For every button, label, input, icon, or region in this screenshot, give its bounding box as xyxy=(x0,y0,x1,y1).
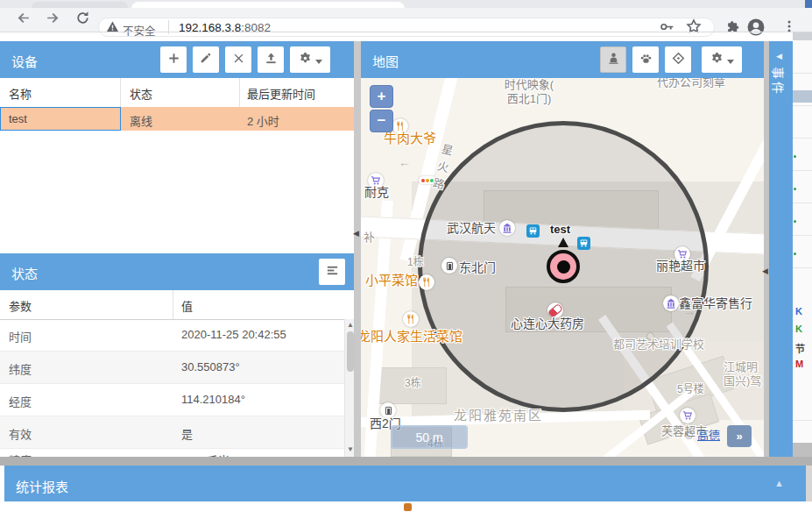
collapse-right-icon[interactable]: ◀ xyxy=(762,267,768,275)
reports-bar[interactable]: 统计报表 ▲ xyxy=(4,466,806,501)
map-poi-label: 时代映象( 西北1门) xyxy=(487,78,571,105)
animal-tracks-button[interactable] xyxy=(632,46,659,73)
follow-device-button[interactable] xyxy=(600,46,626,73)
screen: 不安全 192.168.3.8:8082 设备 xyxy=(0,0,812,512)
device-col-lastupdate[interactable]: 最后更新时间 xyxy=(247,85,315,102)
status-value: 2020-11-25 20:42:55 xyxy=(181,328,286,341)
status-value: 是 xyxy=(181,425,193,442)
attribution-expand-button[interactable]: » xyxy=(727,425,752,447)
profile-avatar-icon[interactable] xyxy=(747,18,765,39)
status-scrollbar[interactable]: ▲ ▼ xyxy=(344,319,354,457)
remove-device-button[interactable] xyxy=(225,46,251,73)
device-settings-button[interactable] xyxy=(290,46,330,73)
bottom-right-gap xyxy=(806,466,812,501)
zoom-in-button[interactable]: + xyxy=(370,85,393,108)
sliver-letter: M xyxy=(795,359,803,369)
status-table-header: 参数 值 xyxy=(0,290,354,320)
device-panel-header: 设备 xyxy=(0,41,354,78)
back-icon[interactable] xyxy=(16,11,31,29)
zoom-out-button[interactable]: − xyxy=(370,110,393,132)
upload-button[interactable] xyxy=(258,46,284,73)
bottom-splitter[interactable] xyxy=(0,457,812,466)
device-lastupdate-cell[interactable]: 2 小时 xyxy=(247,112,279,129)
map-poi-label: 牛肉大爷 xyxy=(384,131,436,146)
cross-icon xyxy=(233,52,244,68)
map-settings-button[interactable] xyxy=(702,46,742,73)
map-canvas[interactable]: ← → 时代映象( 西北1门) 代办公司刻章 牛肉大爷 星火路 耐克 补 武汉航… xyxy=(361,78,764,457)
marker-label: test xyxy=(550,223,570,236)
map-poi-label: 1栋 xyxy=(407,256,424,268)
pencil-icon xyxy=(200,52,212,68)
status-value: 30.550873° xyxy=(181,360,240,373)
edit-device-button[interactable] xyxy=(193,46,219,73)
device-table-header: 名称 状态 最后更新时间 xyxy=(0,78,354,108)
map-poi-label: 东北门 xyxy=(459,260,496,275)
company-building-icon xyxy=(499,220,515,236)
status-col-value[interactable]: 值 xyxy=(181,297,193,314)
bottom-white-strip xyxy=(0,501,812,512)
status-row-accuracy: 精度 0.10 千米 xyxy=(0,449,344,457)
status-col-param[interactable]: 参数 xyxy=(9,297,32,314)
map-poi-label: 心连心大药房 xyxy=(511,316,584,331)
scroll-up-icon[interactable]: ▲ xyxy=(347,322,354,329)
map-poi-label: 龙阳人家生活菜馆 xyxy=(361,329,462,345)
device-table-row[interactable]: test 离线 2 小时 xyxy=(0,107,354,131)
map-poi-label: 3栋 xyxy=(405,377,421,389)
extensions-puzzle-icon[interactable] xyxy=(726,19,741,38)
device-col-status[interactable]: 状态 xyxy=(130,85,152,102)
left-map-splitter[interactable]: ◀ xyxy=(354,41,361,457)
status-panel-title: 状态 xyxy=(11,264,38,282)
map-poi-label: 龙阳雅苑南区 xyxy=(454,408,543,423)
device-status-cell[interactable]: 离线 xyxy=(130,112,152,129)
bookmark-star-icon[interactable] xyxy=(686,18,702,38)
scroll-down-icon[interactable]: ▼ xyxy=(347,446,354,453)
scrollbar-thumb[interactable] xyxy=(347,331,354,372)
map-poi-label: 鑫富华寄售行 xyxy=(679,296,752,311)
security-label[interactable]: 不安全 xyxy=(123,22,156,39)
forward-icon[interactable] xyxy=(46,11,60,29)
copyright-symbol: © xyxy=(685,430,693,442)
password-key-icon[interactable] xyxy=(660,19,674,38)
gear-icon xyxy=(299,52,312,68)
shop-cart-icon xyxy=(680,408,695,423)
browser-tab-inactive[interactable] xyxy=(32,2,128,8)
map-poi-label: 耐克 xyxy=(364,185,389,200)
column-separator xyxy=(120,78,121,107)
status-param: 有效 xyxy=(9,425,32,442)
events-panel-collapsed[interactable]: ◀ xyxy=(769,41,793,457)
road-arrow-icon: ← xyxy=(399,155,411,170)
sliver-selected-row xyxy=(793,90,812,103)
security-warning-icon[interactable] xyxy=(106,20,119,37)
status-menu-button[interactable] xyxy=(319,259,345,285)
device-col-name[interactable]: 名称 xyxy=(9,85,32,102)
expand-events-icon[interactable]: ◀ xyxy=(776,52,782,60)
events-panel-title[interactable]: 事件 xyxy=(770,67,787,96)
map-poi-label: 小平菜馆 xyxy=(365,273,418,288)
marker-dot xyxy=(557,260,570,274)
sliver-letter: K xyxy=(795,306,802,316)
map-poi-label: 都司艺术培训学校 xyxy=(613,338,704,352)
gate-door-icon xyxy=(441,258,457,274)
device-panel-title: 设备 xyxy=(11,52,38,70)
add-device-button[interactable] xyxy=(160,46,187,73)
pawnshop-building-icon xyxy=(663,295,679,311)
reload-icon[interactable] xyxy=(75,11,90,29)
amap-attribution-link[interactable]: 高德 xyxy=(697,429,720,443)
status-param: 时间 xyxy=(9,328,32,345)
status-row-valid: 有效 是 xyxy=(0,416,344,449)
sliver-band xyxy=(793,32,812,40)
crosshair-diamond-icon xyxy=(672,52,685,68)
status-value: 114.210184° xyxy=(181,393,245,406)
bus-stop-icon xyxy=(577,237,590,250)
status-param: 纬度 xyxy=(9,360,32,377)
map-poi-label: 丽艳超市 xyxy=(656,259,705,274)
column-separator xyxy=(239,78,240,107)
paw-icon xyxy=(639,52,653,68)
collapse-left-icon[interactable]: ◀ xyxy=(353,230,359,238)
map-poi-label: 江城明 国兴)驾 xyxy=(724,360,761,388)
caret-down-icon xyxy=(727,52,734,68)
device-marker[interactable] xyxy=(547,250,580,283)
geofence-target-button[interactable] xyxy=(665,46,691,73)
expand-reports-icon[interactable]: ▲ xyxy=(774,478,784,488)
background-window-sliver: K K 节 M xyxy=(793,32,812,457)
